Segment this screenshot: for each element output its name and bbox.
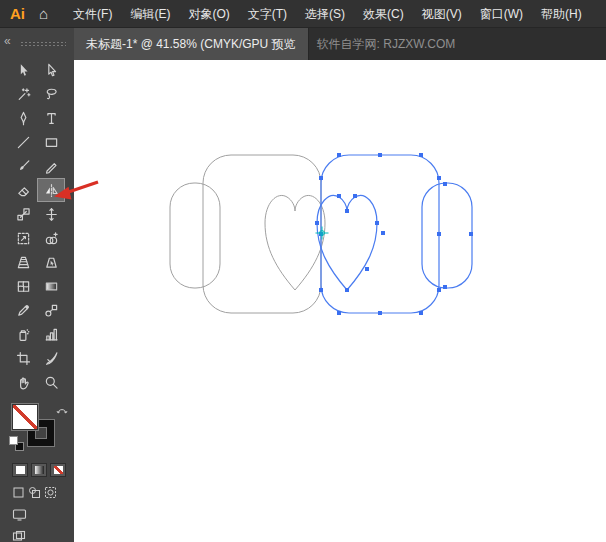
tool-grid	[0, 58, 74, 394]
tool-eraser[interactable]	[9, 178, 37, 202]
default-fill-stroke-icon[interactable]	[10, 437, 23, 450]
tool-mesh[interactable]	[9, 274, 37, 298]
tool-eyedropper[interactable]	[9, 298, 37, 322]
tool-perspective-grid[interactable]	[9, 250, 37, 274]
gradient-icon	[44, 279, 59, 294]
symbol-sprayer-icon	[16, 327, 31, 342]
tool-blend[interactable]	[37, 298, 65, 322]
column-graph-icon	[44, 327, 59, 342]
color-mode-row	[12, 463, 74, 477]
tab-bar: 未标题-1* @ 41.58% (CMYK/GPU 预览 软件自学网: RJZX…	[74, 28, 606, 60]
tool-direct-selection[interactable]	[37, 58, 65, 82]
reflect-icon	[44, 183, 59, 198]
color-button[interactable]	[12, 463, 28, 477]
tool-free-transform[interactable]	[9, 226, 37, 250]
screen-mode-button[interactable]	[12, 508, 27, 521]
none-button[interactable]	[50, 463, 66, 477]
collapse-panel-icon[interactable]: «	[4, 34, 10, 48]
hand-icon	[16, 375, 31, 390]
tool-artboard[interactable]	[9, 346, 37, 370]
tool-hand[interactable]	[9, 370, 37, 394]
zoom-icon	[44, 375, 59, 390]
eyedropper-icon	[16, 303, 31, 318]
type-icon	[44, 111, 59, 126]
artwork	[74, 60, 606, 542]
canvas[interactable]	[74, 60, 606, 542]
menu-item-view[interactable]: 视图(V)	[413, 0, 471, 28]
document-tab[interactable]: 未标题-1* @ 41.58% (CMYK/GPU 预览	[74, 28, 309, 60]
tool-reflect[interactable]	[37, 178, 65, 202]
selection-icon	[16, 63, 31, 78]
tool-column-graph[interactable]	[37, 322, 65, 346]
gradient-button[interactable]	[31, 463, 47, 477]
reflected-handle-path[interactable]	[422, 183, 472, 288]
tool-pen[interactable]	[9, 106, 37, 130]
original-heart-path[interactable]	[265, 195, 325, 290]
watermark-text: 软件自学网: RJZXW.COM	[317, 36, 456, 53]
blend-icon	[44, 303, 59, 318]
paintbrush-icon	[16, 159, 31, 174]
pen-icon	[16, 111, 31, 126]
menu-item-file[interactable]: 文件(F)	[64, 0, 121, 28]
tool-type[interactable]	[37, 106, 65, 130]
menu-item-effect[interactable]: 效果(C)	[354, 0, 413, 28]
color-icon	[16, 466, 25, 474]
tool-shaper[interactable]	[37, 154, 65, 178]
menu-item-window[interactable]: 窗口(W)	[471, 0, 532, 28]
menu-item-edit[interactable]: 编辑(E)	[121, 0, 179, 28]
original-shape	[170, 155, 325, 313]
fill-swatch-none[interactable]	[12, 404, 38, 430]
tool-magic-wand[interactable]	[9, 82, 37, 106]
screen-mode-row	[12, 508, 74, 521]
menubar: Ai ⌂ 文件(F) 编辑(E) 对象(O) 文字(T) 选择(S) 效果(C)…	[0, 0, 606, 28]
drawing-modes-row	[12, 486, 74, 499]
document-tab-title: 未标题-1* @ 41.58% (CMYK/GPU 预览	[86, 36, 296, 53]
tools-panel-header: «	[0, 28, 74, 58]
draw-inside-button[interactable]	[44, 486, 57, 499]
change-screen-mode-icon[interactable]	[12, 530, 26, 542]
menu-item-select[interactable]: 选择(S)	[296, 0, 354, 28]
panel-grip[interactable]	[20, 41, 66, 48]
draw-normal-button[interactable]	[12, 486, 25, 499]
tool-shape-builder[interactable]	[37, 226, 65, 250]
reflected-body-path[interactable]	[321, 155, 439, 313]
tool-perspective-selection[interactable]	[37, 250, 65, 274]
anchor-points[interactable]	[315, 153, 473, 315]
menu-item-help[interactable]: 帮助(H)	[532, 0, 591, 28]
none-icon	[54, 466, 63, 474]
tool-scale[interactable]	[9, 202, 37, 226]
shape-builder-icon	[44, 231, 59, 246]
menu-item-type[interactable]: 文字(T)	[239, 0, 296, 28]
tool-symbol-sprayer[interactable]	[9, 322, 37, 346]
reflected-shape-selected	[317, 155, 472, 313]
artboard-icon	[16, 351, 31, 366]
lasso-icon	[44, 87, 59, 102]
menu-item-object[interactable]: 对象(O)	[179, 0, 238, 28]
app-logo: Ai	[0, 5, 33, 22]
original-body-path[interactable]	[203, 155, 321, 313]
illustrator-window: Ai ⌂ 文件(F) 编辑(E) 对象(O) 文字(T) 选择(S) 效果(C)…	[0, 0, 606, 542]
shaper-icon	[44, 159, 59, 174]
magic-wand-icon	[16, 87, 31, 102]
home-icon[interactable]: ⌂	[33, 5, 64, 22]
tool-selection[interactable]	[9, 58, 37, 82]
panels-row	[12, 530, 74, 542]
tool-lasso[interactable]	[37, 82, 65, 106]
tool-paintbrush[interactable]	[9, 154, 37, 178]
line-segment-icon	[16, 135, 31, 150]
slice-icon	[44, 351, 59, 366]
swap-fill-stroke-icon[interactable]	[56, 405, 68, 415]
original-handle-path[interactable]	[170, 183, 220, 288]
tool-line-segment[interactable]	[9, 130, 37, 154]
width-icon	[44, 207, 59, 222]
tools-panel: «	[0, 28, 74, 542]
tool-rectangle[interactable]	[37, 130, 65, 154]
tool-gradient[interactable]	[37, 274, 65, 298]
draw-behind-button[interactable]	[28, 486, 41, 499]
eraser-icon	[16, 183, 31, 198]
gradient-swatch-icon	[35, 466, 44, 474]
tool-zoom[interactable]	[37, 370, 65, 394]
scale-icon	[16, 207, 31, 222]
tool-width[interactable]	[37, 202, 65, 226]
tool-slice[interactable]	[37, 346, 65, 370]
